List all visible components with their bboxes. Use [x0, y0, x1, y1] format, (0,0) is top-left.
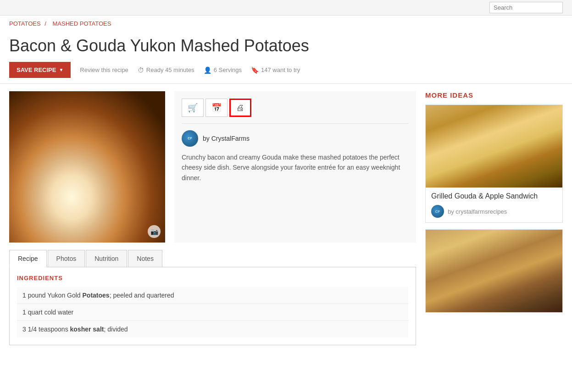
ingredient-bold-3: kosher salt: [70, 326, 104, 333]
breadcrumb-separator: /: [44, 20, 46, 27]
cart-icon: 🛒: [188, 103, 198, 113]
calendar-action-button[interactable]: 📅: [205, 99, 228, 117]
author-avatar: CF: [182, 130, 198, 147]
idea-card-1[interactable]: Grilled Gouda & Apple Sandwich CF by cry…: [425, 105, 563, 223]
ready-time: ⏱ Ready 45 minutes: [138, 66, 194, 74]
tab-nutrition[interactable]: Nutrition: [86, 250, 127, 267]
clock-icon: ⏱: [138, 66, 144, 74]
tabs-section: Recipe Photos Nutrition Notes INGREDIENT…: [9, 250, 416, 345]
recipe-actions: 🛒 📅 🖨: [182, 99, 409, 124]
ingredient-bold-1: Potatoes: [83, 292, 110, 299]
cart-action-button[interactable]: 🛒: [182, 99, 204, 117]
recipe-description: Crunchy bacon and creamy Gouda make thes…: [182, 152, 409, 183]
ingredient-row-2: 1 quart cold water: [17, 304, 408, 321]
idea-author-name-1[interactable]: by crystalfarmsrecipes: [448, 208, 507, 215]
ingredient-row-3: 3 1/4 teaspoons kosher salt; divided: [17, 321, 408, 337]
tab-recipe[interactable]: Recipe: [9, 250, 47, 267]
main-content: 📷 🛒 📅 🖨 CF by CrystalFarms Crunchy bacon…: [9, 91, 416, 345]
recipe-info-box: 🛒 📅 🖨 CF by CrystalFarms Crunchy bacon a…: [174, 91, 416, 243]
dropdown-arrow-icon: ▼: [59, 67, 63, 72]
print-icon: 🖨: [236, 103, 244, 113]
tab-notes[interactable]: Notes: [128, 250, 162, 267]
ready-label: Ready 45 minutes: [146, 66, 194, 73]
bookmark-icon: 🔖: [251, 66, 259, 74]
servings-label: 6 Servings: [214, 66, 242, 73]
author-name[interactable]: by CrystalFarms: [203, 135, 250, 142]
save-label: SAVE RECIPE: [17, 66, 56, 73]
person-icon: 👤: [204, 66, 211, 74]
tab-photos[interactable]: Photos: [48, 250, 85, 267]
save-recipe-button[interactable]: SAVE RECIPE ▼: [9, 62, 71, 78]
camera-icon: 📷: [148, 225, 161, 238]
idea-card-author-row-1: CF by crystalfarmsrecipes: [426, 203, 562, 222]
want-label: 147 want to try: [261, 66, 300, 73]
search-input[interactable]: [489, 2, 563, 13]
recipe-image-container: 📷: [9, 91, 165, 243]
review-link[interactable]: Review this recipe: [80, 66, 128, 73]
breadcrumb: POTATOES / MASHED POTATOES: [0, 16, 572, 32]
calendar-icon: 📅: [211, 103, 222, 113]
recipe-author-row: CF by CrystalFarms: [182, 130, 409, 147]
content-area: 📷 🛒 📅 🖨 CF by CrystalFarms Crunchy bacon…: [0, 84, 572, 353]
breadcrumb-potatoes[interactable]: POTATOES: [9, 20, 41, 27]
idea-card-image-1: [426, 105, 562, 188]
tab-content: INGREDIENTS 1 pound Yukon Gold Potatoes;…: [9, 267, 416, 345]
idea-author-avatar-1: CF: [431, 205, 444, 218]
ingredients-title: INGREDIENTS: [17, 275, 408, 282]
recipe-meta-bar: SAVE RECIPE ▼ Review this recipe ⏱ Ready…: [0, 59, 572, 84]
ingredient-row-1: 1 pound Yukon Gold Potatoes; peeled and …: [17, 287, 408, 304]
idea-card-title-1: Grilled Gouda & Apple Sandwich: [426, 188, 562, 203]
recipe-title: Bacon & Gouda Yukon Mashed Potatoes: [0, 32, 572, 59]
servings: 👤 6 Servings: [204, 66, 242, 74]
top-bar: [0, 0, 572, 16]
more-ideas-title: MORE IDEAS: [425, 91, 563, 99]
tabs-nav: Recipe Photos Nutrition Notes: [9, 250, 416, 267]
print-action-button[interactable]: 🖨: [229, 99, 251, 117]
want-to-try: 🔖 147 want to try: [251, 66, 300, 74]
idea-card-image-2: [426, 230, 562, 312]
sidebar: MORE IDEAS Grilled Gouda & Apple Sandwic…: [425, 91, 563, 345]
breadcrumb-mashed: MASHED POTATOES: [53, 20, 111, 27]
recipe-image: [9, 91, 165, 243]
idea-card-2[interactable]: [425, 229, 563, 313]
